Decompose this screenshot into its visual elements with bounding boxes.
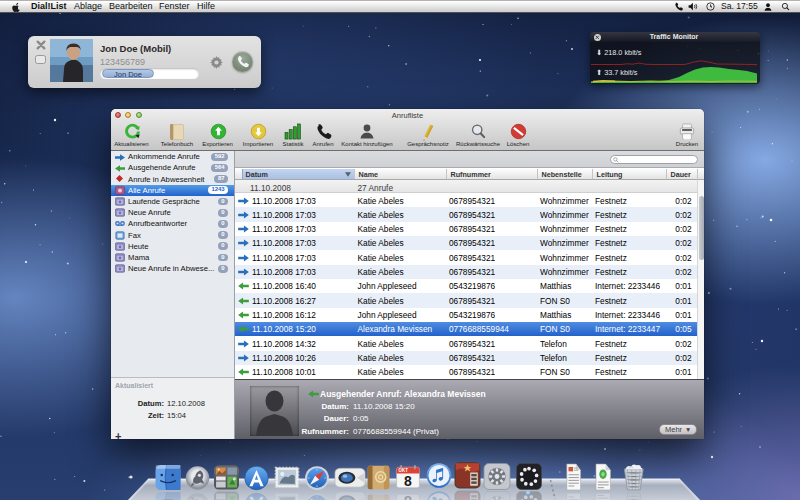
svg-text:8: 8 [404, 493, 412, 500]
svg-text:8: 8 [404, 473, 412, 489]
